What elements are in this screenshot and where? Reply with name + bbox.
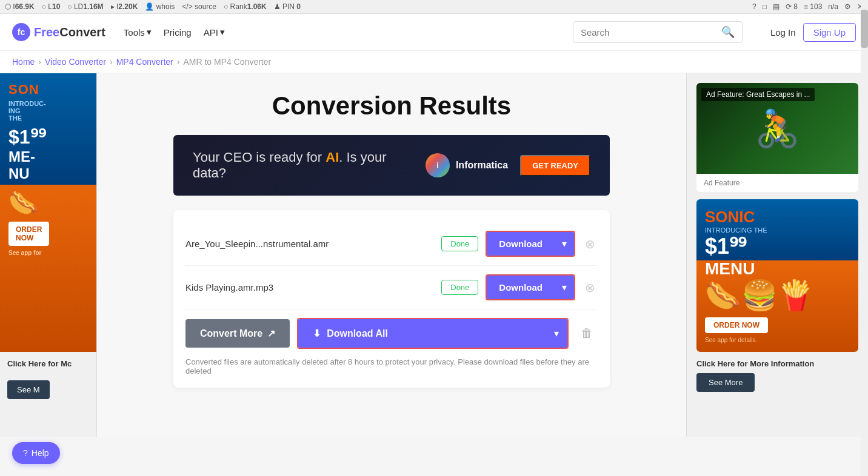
browser-stat-2: ○ L10 xyxy=(42,2,61,11)
close-file-2[interactable]: ⊗ xyxy=(583,278,598,297)
browser-toolbar-right: ? □ ▤ ⟳ 8 ≡ 103 n/a ⚙ ✕ xyxy=(752,2,863,11)
actions-row: Convert More ↗ ⬇ Download All ▾ 🗑 xyxy=(185,318,598,349)
ad-overlay-label: Ad Feature: Great Escapes in ... xyxy=(701,88,815,101)
download-all-arrow-button[interactable]: ▾ xyxy=(546,319,567,348)
nav-api[interactable]: API ▾ xyxy=(204,27,225,38)
right-click-here: Click Here for More Information xyxy=(696,359,858,368)
breadcrumb-sep-3: › xyxy=(177,57,180,67)
download-arrow-2[interactable]: ▾ xyxy=(555,276,574,299)
delete-all-button[interactable]: 🗑 xyxy=(576,324,598,343)
browser-stat-source: </> source xyxy=(182,2,216,11)
left-sidebar: SON INTRODUC-INGTHE $1⁹⁹ ME-NU 🌭 ORDERNO… xyxy=(0,73,97,437)
breadcrumb-sep-2: › xyxy=(110,57,113,67)
api-chevron-icon: ▾ xyxy=(220,27,225,38)
search-icon: 🔍 xyxy=(721,25,735,39)
convert-more-button[interactable]: Convert More ↗ xyxy=(185,319,290,348)
reload-icon[interactable]: ⟳ 8 xyxy=(786,2,798,11)
left-see-more-button[interactable]: See M xyxy=(7,380,50,399)
download-all-chevron-icon: ▾ xyxy=(554,328,559,339)
external-link-icon: ↗ xyxy=(267,328,275,339)
download-group-1: Download ▾ xyxy=(486,231,575,257)
file-name-2: Kids Playing.amr.mp3 xyxy=(185,282,434,293)
ad-banner-logo: i Informatica xyxy=(426,153,508,177)
browser-stat-rank: ○ Rank1.06K xyxy=(224,2,267,11)
browser-toolbar: ⬡ I66.9K ○ L10 ○ LD1.16M ▸ I2.20K 👤 whoi… xyxy=(0,0,868,14)
download-all-button[interactable]: ⬇ Download All xyxy=(298,319,546,348)
sonic-menu: MENU xyxy=(705,259,850,279)
nav-header: fc FreeConvert Tools ▾ Pricing API ▾ 🔍 L… xyxy=(0,14,868,51)
download-all-icon: ⬇ xyxy=(313,328,321,339)
left-ad-menu: ME-NU xyxy=(8,148,88,182)
browser-stat-3: ○ LD1.16M xyxy=(67,2,103,11)
breadcrumb-current: AMR to MP4 Converter xyxy=(183,57,271,67)
right-see-more-button[interactable]: See More xyxy=(696,373,755,392)
breadcrumb: Home › Video Converter › MP4 Converter ›… xyxy=(0,51,868,73)
left-ad-intro: INTRODUC-INGTHE xyxy=(8,100,88,122)
browser-stat-whois: 👤 whois xyxy=(145,2,175,11)
close-file-1[interactable]: ⊗ xyxy=(583,234,598,254)
download-chevron-icon-1: ▾ xyxy=(562,239,567,249)
left-ad-see-app: See app for xyxy=(8,250,88,256)
breadcrumb-mp4-converter[interactable]: MP4 Converter xyxy=(116,57,173,67)
main-wrapper: SON INTRODUC-INGTHE $1⁹⁹ ME-NU 🌭 ORDERNO… xyxy=(0,73,868,437)
nav-auth: Log In Sign Up xyxy=(770,23,856,42)
logo-free: Free xyxy=(34,25,59,39)
sonic-intro: INTRODUCING THE xyxy=(705,226,850,234)
logo-text: FreeConvert xyxy=(34,25,105,39)
download-arrow-1[interactable]: ▾ xyxy=(555,232,574,256)
page-title: Conversion Results xyxy=(115,91,668,121)
nav-tools[interactable]: Tools ▾ xyxy=(124,27,152,38)
breadcrumb-home[interactable]: Home xyxy=(12,57,35,67)
signal-icon: n/a xyxy=(828,2,838,11)
right-ad-label: Ad Feature xyxy=(696,174,858,192)
list-icon[interactable]: ≡ 103 xyxy=(804,2,822,11)
sonic-brand: SONIC xyxy=(705,208,850,226)
breadcrumb-sep-1: › xyxy=(38,57,41,67)
menu-icon[interactable]: ▤ xyxy=(773,2,780,11)
center-content: Conversion Results Your CEO is ready for… xyxy=(97,73,686,437)
window-icon[interactable]: □ xyxy=(763,2,767,11)
done-badge-1: Done xyxy=(441,236,478,251)
nav-pricing[interactable]: Pricing xyxy=(164,27,192,38)
sonic-see-app: See app for details. xyxy=(705,337,850,343)
right-sidebar: Ad Feature: Great Escapes in ... 🚴 Ad Fe… xyxy=(686,73,868,437)
breadcrumb-video-converter[interactable]: Video Converter xyxy=(45,57,106,67)
signup-button[interactable]: Sign Up xyxy=(803,23,856,42)
forest-image: Ad Feature: Great Escapes in ... 🚴 xyxy=(696,83,858,174)
sonic-food-emoji: 🌭🍔🍟 xyxy=(705,279,850,312)
done-badge-2: Done xyxy=(441,280,478,295)
download-chevron-icon-2: ▾ xyxy=(562,282,567,293)
ad-banner-text: Your CEO is ready for AI. Is your data? xyxy=(193,150,413,181)
browser-stat-pin: ♟ PIN 0 xyxy=(274,2,301,11)
left-ad-brand: SON xyxy=(8,82,88,98)
settings-icon[interactable]: ⚙ xyxy=(844,2,851,11)
tools-chevron-icon: ▾ xyxy=(147,27,152,38)
left-ad-sidebar: SON INTRODUC-INGTHE $1⁹⁹ ME-NU 🌭 ORDERNO… xyxy=(0,73,96,352)
sonic-price: $1⁹⁹ xyxy=(705,234,850,259)
sonic-order-button[interactable]: ORDER NOW xyxy=(705,317,768,333)
search-input[interactable] xyxy=(581,27,716,38)
ad-banner: Your CEO is ready for AI. Is your data? … xyxy=(173,135,610,196)
browser-stat-1: ⬡ I66.9K xyxy=(5,2,35,11)
left-ad-order-btn[interactable]: ORDERNOW xyxy=(8,222,49,246)
results-box: Are_You_Sleepin...nstrumental.amr Done D… xyxy=(173,210,610,388)
search-area[interactable]: 🔍 xyxy=(573,21,743,43)
logo-area: fc FreeConvert xyxy=(12,23,105,41)
download-button-2[interactable]: Download xyxy=(487,276,555,299)
download-all-group: ⬇ Download All ▾ xyxy=(297,318,569,349)
right-ad-forest: Ad Feature: Great Escapes in ... 🚴 Ad Fe… xyxy=(696,83,858,192)
file-row-1: Are_You_Sleepin...nstrumental.amr Done D… xyxy=(185,222,598,266)
download-group-2: Download ▾ xyxy=(486,274,575,300)
login-button[interactable]: Log In xyxy=(770,27,796,38)
ad-get-ready-button[interactable]: GET READY xyxy=(520,155,590,176)
ad-brand-name: Informatica xyxy=(456,160,508,171)
download-button-1[interactable]: Download xyxy=(487,232,555,256)
page-scrollbar[interactable] xyxy=(861,0,868,437)
info-icon[interactable]: ? xyxy=(752,2,756,11)
logo-icon: fc xyxy=(12,23,30,41)
scrollbar-thumb[interactable] xyxy=(861,10,868,48)
left-ad-food: 🌭 xyxy=(8,188,88,217)
browser-stat-4: ▸ I2.20K xyxy=(111,2,138,11)
left-ad-price: $1⁹⁹ xyxy=(8,125,88,148)
informatica-logo-icon: i xyxy=(426,153,450,177)
